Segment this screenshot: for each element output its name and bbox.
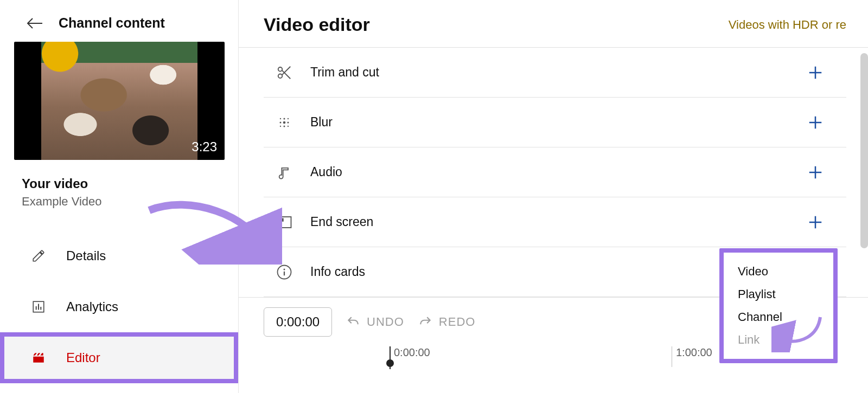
add-icon[interactable] (806, 113, 825, 132)
tool-audio[interactable]: Audio (264, 147, 846, 197)
svg-point-3 (280, 118, 281, 119)
scissors-icon (273, 62, 295, 83)
redo-button[interactable]: REDO (418, 315, 476, 329)
sidebar-item-label: Editor (66, 350, 100, 365)
timeline-tick (672, 346, 672, 367)
undo-label: UNDO (367, 315, 404, 329)
thumbnail-image (41, 42, 197, 160)
card-menu-item-video[interactable]: Video (724, 260, 833, 283)
sidebar-title: Channel content (59, 15, 165, 31)
page-title: Video editor (264, 14, 370, 35)
current-time-input[interactable]: 0:00:00 (264, 307, 332, 337)
blur-icon (273, 112, 295, 133)
thumbnail-duration: 3:23 (192, 139, 217, 154)
sidebar-item-label: Analytics (66, 299, 118, 314)
add-icon[interactable] (806, 63, 825, 82)
svg-point-11 (288, 125, 289, 126)
scrollbar[interactable] (860, 53, 868, 248)
music-note-icon (273, 162, 295, 183)
back-icon[interactable] (26, 17, 43, 30)
card-menu-item-link: Link (724, 328, 833, 351)
tool-end-screen[interactable]: End screen (264, 197, 846, 247)
info-card-type-menu: Video Playlist Channel Link (719, 248, 838, 363)
tool-label: Trim and cut (310, 65, 806, 80)
svg-point-15 (284, 268, 285, 270)
video-thumbnail[interactable]: 3:23 (14, 42, 225, 160)
svg-point-10 (283, 125, 285, 127)
sidebar-item-analytics[interactable]: Analytics (0, 281, 238, 332)
playhead-handle[interactable] (386, 359, 394, 367)
redo-label: REDO (439, 315, 476, 329)
tool-label: Audio (310, 165, 806, 179)
sidebar: Channel content 3:23 Your video Example … (0, 0, 239, 393)
clapperboard-icon (30, 350, 47, 366)
add-icon[interactable] (806, 213, 825, 231)
card-menu-item-channel[interactable]: Channel (724, 306, 833, 328)
sidebar-item-details[interactable]: Details (0, 230, 238, 281)
tool-label: Blur (310, 115, 806, 130)
add-icon[interactable] (806, 163, 825, 182)
info-icon (273, 261, 295, 283)
tool-trim[interactable]: Trim and cut (264, 48, 846, 98)
svg-point-9 (280, 125, 281, 126)
svg-rect-13 (279, 218, 284, 221)
analytics-icon (30, 299, 47, 315)
timeline-tick-label: 1:00:00 (676, 346, 712, 359)
video-name: Example Video (22, 195, 222, 209)
tool-blur[interactable]: Blur (264, 98, 846, 147)
your-video-label: Your video (22, 176, 222, 191)
sidebar-item-editor[interactable]: Editor (0, 332, 238, 383)
timeline-tick-label: 0:00:00 (394, 346, 430, 359)
svg-point-7 (283, 121, 286, 124)
hdr-info-link[interactable]: Videos with HDR or re (729, 18, 846, 32)
svg-point-5 (288, 118, 289, 119)
pencil-icon (30, 248, 47, 264)
end-screen-icon (273, 211, 295, 233)
card-menu-item-playlist[interactable]: Playlist (724, 283, 833, 306)
tool-label: End screen (310, 215, 806, 229)
sidebar-item-label: Details (66, 248, 106, 263)
svg-point-4 (283, 118, 285, 119)
svg-point-8 (287, 121, 289, 123)
undo-button[interactable]: UNDO (346, 315, 404, 329)
svg-point-6 (279, 121, 281, 123)
